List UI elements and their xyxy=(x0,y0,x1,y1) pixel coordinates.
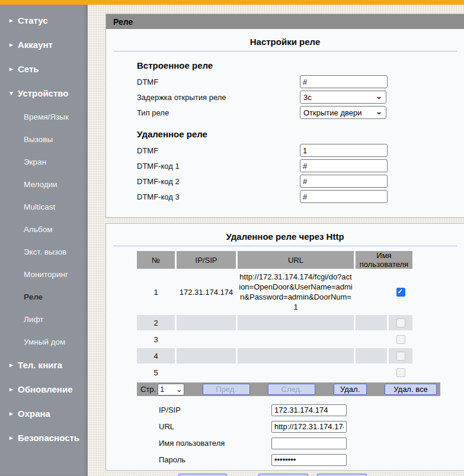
row-enabled-checkbox[interactable] xyxy=(396,335,405,344)
cancel-button[interactable]: Отмена xyxy=(317,474,367,476)
sidebar-item-status[interactable]: ► Статус xyxy=(0,8,88,33)
row-enabled-checkbox[interactable] xyxy=(396,352,405,361)
dtmf-code3-input[interactable] xyxy=(300,190,388,203)
chevron-right-icon: ► xyxy=(8,66,18,72)
sidebar-item-label: Время/Язык xyxy=(24,112,69,121)
sidebar-item-label: Вызовы xyxy=(24,135,53,144)
chevron-right-icon: ► xyxy=(8,435,18,441)
table-header-row: № IP/SIP URL Имя пользователя xyxy=(137,251,412,269)
url-label: URL xyxy=(159,422,271,431)
sidebar-item-screen[interactable]: Экран xyxy=(0,150,88,173)
url-input[interactable] xyxy=(271,421,347,433)
sidebar-item-melodies[interactable]: Мелодии xyxy=(0,173,88,195)
remote-dtmf-label: DTMF xyxy=(137,146,300,155)
username-input[interactable] xyxy=(271,438,347,449)
dtmf-code2-input[interactable] xyxy=(300,175,388,188)
section-title: Настройки реле xyxy=(106,37,464,47)
modify-button[interactable]: Изм. xyxy=(258,474,308,476)
dtmf-code3-label: DTMF-код 3 xyxy=(137,192,300,201)
row-url xyxy=(238,348,354,364)
relay-settings-page: ► Статус ► Аккаунт ► Сеть ▼ Устройство В… xyxy=(0,0,464,476)
sidebar-item-label: Альбом xyxy=(24,225,52,234)
title-divider xyxy=(113,246,457,246)
section-title: Удаленное реле через Http xyxy=(106,231,464,242)
sidebar-item-time-language[interactable]: Время/Язык xyxy=(0,105,88,128)
relay-type-select[interactable]: Открытие двери ⌄ xyxy=(300,106,386,119)
chevron-down-icon: ⌄ xyxy=(376,107,382,116)
chevron-down-icon: ⌄ xyxy=(376,92,382,101)
add-button[interactable]: Добавить xyxy=(178,474,227,476)
sidebar-item-smart-home[interactable]: Умный дом xyxy=(0,330,88,353)
next-page-button[interactable]: След. xyxy=(268,384,315,395)
sidebar-item-label: Статус xyxy=(18,15,48,25)
sidebar-item-label: Безопасность xyxy=(18,433,79,443)
sidebar-item-security-alarm[interactable]: ► Охрана xyxy=(0,401,88,426)
row-url xyxy=(238,365,354,380)
chevron-down-icon: ⌄ xyxy=(176,385,182,394)
table-row: 3 xyxy=(137,332,412,347)
builtin-dtmf-input[interactable] xyxy=(300,75,388,88)
table-row: 2 xyxy=(137,315,412,330)
row-url xyxy=(238,332,354,347)
row-enabled-checkbox[interactable] xyxy=(396,368,405,377)
ip-sip-input[interactable] xyxy=(271,404,347,416)
sidebar-item-device[interactable]: ▼ Устройство xyxy=(0,81,88,105)
sidebar-item-multicast[interactable]: Multicast xyxy=(0,195,88,218)
chevron-right-icon: ► xyxy=(8,17,18,24)
col-header-number: № xyxy=(137,251,175,269)
remote-relay-heading: Удаленное реле xyxy=(137,129,464,139)
chevron-right-icon: ► xyxy=(8,362,18,368)
row-enabled-checkbox[interactable] xyxy=(396,288,405,297)
sidebar-item-relay[interactable]: Реле xyxy=(0,285,88,308)
delete-button[interactable]: Удал. xyxy=(334,384,367,395)
sidebar-item-calls[interactable]: Вызовы xyxy=(0,128,88,150)
panel-header: Реле xyxy=(106,14,464,29)
sidebar-item-monitoring[interactable]: Мониторинг xyxy=(0,263,88,285)
relay-settings-panel: Реле Настройки реле Встроенное реле DTMF… xyxy=(105,14,464,218)
row-username xyxy=(356,365,387,380)
sidebar-item-label: Устройство xyxy=(18,88,69,98)
sidebar-item-label: Тел. книга xyxy=(18,360,62,370)
chevron-down-icon: ▼ xyxy=(8,90,18,97)
sidebar-item-network[interactable]: ► Сеть xyxy=(0,57,88,81)
table-row: 4 xyxy=(137,348,412,364)
chevron-right-icon: ► xyxy=(8,410,18,417)
row-number: 1 xyxy=(137,270,175,314)
row-ip xyxy=(177,348,236,364)
sidebar-item-upgrade[interactable]: ► Обновление xyxy=(0,377,88,401)
sidebar-item-phonebook[interactable]: ► Тел. книга xyxy=(0,353,88,377)
sidebar-item-label: Экст. вызов xyxy=(24,247,66,256)
relay-delay-select[interactable]: 3с ⌄ xyxy=(300,91,386,104)
password-label: Пароль xyxy=(159,455,271,464)
prev-page-button[interactable]: Пред. xyxy=(203,384,250,395)
sidebar-nav: ► Статус ► Аккаунт ► Сеть ▼ Устройство В… xyxy=(0,5,88,476)
relay-http-table: № IP/SIP URL Имя пользователя 1 172.31.1… xyxy=(135,250,414,381)
row-username xyxy=(356,315,387,330)
sidebar-item-label: Лифт xyxy=(24,315,43,324)
chevron-right-icon: ► xyxy=(8,386,18,393)
row-url xyxy=(238,315,354,330)
row-enabled-checkbox[interactable] xyxy=(396,319,405,327)
sidebar-item-account[interactable]: ► Аккаунт xyxy=(0,33,88,57)
relay-http-edit-form: IP/SIP URL Имя пользователя Пароль Добав… xyxy=(106,404,464,476)
remote-dtmf-input[interactable] xyxy=(300,144,388,157)
delete-all-button[interactable]: Удал. все xyxy=(385,384,437,395)
row-url: http://172.31.174.174/fcgi/do?action=Ope… xyxy=(239,270,353,314)
remote-relay-http-panel: Удаленное реле через Http № IP/SIP URL И… xyxy=(105,223,464,471)
sidebar-item-album[interactable]: Альбом xyxy=(0,218,88,240)
password-input[interactable] xyxy=(271,454,347,466)
sidebar-item-label: Мониторинг xyxy=(24,270,68,279)
sidebar-item-emergency-call[interactable]: Экст. вызов xyxy=(0,240,88,263)
sidebar-item-safety[interactable]: ► Безопасность xyxy=(0,426,88,450)
dtmf-code1-input[interactable] xyxy=(300,159,388,172)
page-select[interactable]: 1 ⌄ xyxy=(158,384,184,395)
col-header-ip-sip: IP/SIP xyxy=(177,251,236,269)
table-pagination-bar: Стр. 1 ⌄ Пред. След. Удал. Удал. все xyxy=(137,382,440,396)
top-accent-bar xyxy=(0,0,464,5)
table-row: 5 xyxy=(137,365,412,380)
sidebar-item-label: Охрана xyxy=(18,409,50,419)
row-ip xyxy=(177,365,236,380)
sidebar-item-lift[interactable]: Лифт xyxy=(0,308,88,330)
sidebar-item-label: Реле xyxy=(24,292,43,301)
sidebar-item-label: Экран xyxy=(24,157,46,166)
